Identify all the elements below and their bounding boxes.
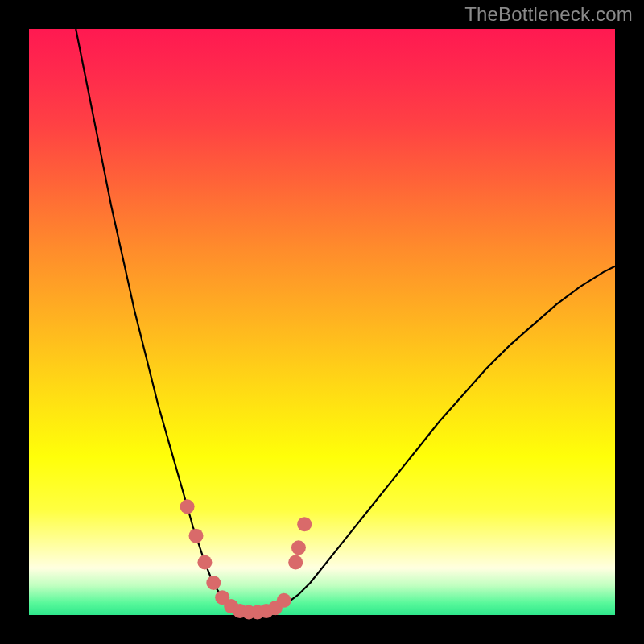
chart-svg [29,29,615,615]
marker-group [180,499,312,619]
bottleneck-curve [76,29,615,612]
curve-marker [288,555,303,570]
curve-marker [291,540,306,555]
curve-marker [297,517,312,531]
curve-marker [180,499,195,514]
curve-marker [206,576,221,590]
chart-frame: TheBottleneck.com [0,0,644,644]
watermark-text: TheBottleneck.com [464,3,633,26]
curve-marker [197,555,212,570]
curve-marker [189,529,204,543]
curve-marker [277,593,291,608]
